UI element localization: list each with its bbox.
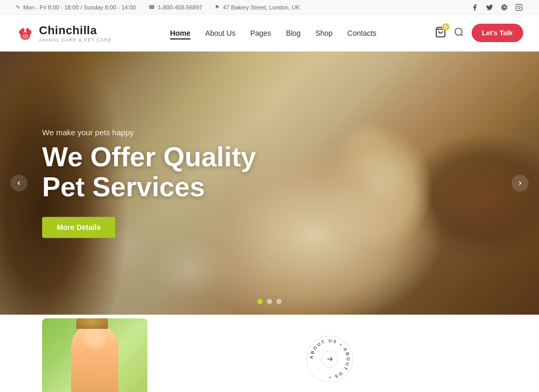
phone-icon: ☎	[148, 4, 155, 10]
schedule-item: ✎ Mon - Fri 8:00 - 18:00 / Sunday 8:00 -…	[16, 4, 136, 11]
phone-text: 1-800-458-56897	[158, 4, 202, 11]
facebook-icon[interactable]	[471, 3, 479, 12]
logo[interactable]: Chinchilla Animal Care & Pet Care	[16, 24, 112, 43]
nav-shop[interactable]: Shop	[315, 29, 333, 37]
hero-dot-2[interactable]	[267, 299, 272, 304]
logo-tagline: Animal Care & Pet Care	[39, 37, 112, 43]
main-nav: Home About Us Pages Blog Shop Contacts	[170, 29, 376, 37]
hero-section: We make your pets happy We Offer Quality…	[0, 52, 539, 315]
hero-dot-3[interactable]	[276, 299, 282, 304]
header: Chinchilla Animal Care & Pet Care Home A…	[0, 15, 539, 52]
logo-text-group: Chinchilla Animal Care & Pet Care	[39, 24, 112, 43]
search-button[interactable]	[454, 27, 464, 39]
top-bar-info: ✎ Mon - Fri 8:00 - 18:00 / Sunday 8:00 -…	[16, 4, 300, 11]
paw-logo-icon	[16, 24, 35, 43]
social-links	[471, 3, 523, 12]
lets-talk-button[interactable]: Let's Talk	[472, 24, 523, 42]
logo-brand-name: Chinchilla	[39, 24, 112, 37]
about-circle-svg: ABOUT US • ABOUT US •	[305, 334, 355, 384]
header-actions: 0 Let's Talk	[435, 24, 523, 42]
about-person-image	[42, 318, 147, 392]
svg-point-7	[21, 28, 24, 32]
nav-home[interactable]: Home	[170, 29, 191, 37]
hero-content: We make your pets happy We Offer Quality…	[42, 128, 256, 238]
nav-contacts[interactable]: Contacts	[347, 29, 376, 37]
hero-next-button[interactable]	[512, 175, 528, 192]
svg-point-8	[26, 28, 29, 32]
dribbble-icon[interactable]	[500, 3, 508, 12]
location-icon: ⚑	[215, 4, 219, 10]
nav-about[interactable]: About Us	[205, 29, 236, 37]
nav-blog[interactable]: Blog	[286, 29, 301, 37]
hero-prev-button[interactable]	[11, 175, 27, 192]
hero-subtitle: We make your pets happy	[42, 128, 256, 137]
schedule-text: Mon - Fri 8:00 - 18:00 / Sunday 8:00 - 1…	[23, 4, 136, 11]
about-us-circle: ABOUT US • ABOUT US •	[305, 334, 355, 384]
person-hair	[76, 318, 108, 329]
hero-pagination	[257, 299, 282, 304]
hero-dot-1[interactable]	[257, 299, 263, 304]
svg-line-13	[461, 34, 463, 36]
hero-cta-button[interactable]: More Details	[42, 217, 115, 238]
top-bar: ✎ Mon - Fri 8:00 - 18:00 / Sunday 8:00 -…	[0, 0, 539, 15]
hero-title: We Offer QualityPet Services	[42, 142, 256, 202]
clock-icon: ✎	[16, 4, 20, 10]
twitter-icon[interactable]	[485, 3, 494, 12]
address-text: 47 Bakery Street, London, UK	[223, 4, 300, 11]
instagram-icon[interactable]	[515, 3, 523, 12]
cart-badge: 0	[442, 23, 450, 31]
svg-rect-1	[516, 4, 522, 11]
svg-point-10	[22, 34, 29, 39]
below-hero-section: ABOUT US • ABOUT US •	[0, 315, 539, 392]
search-icon	[454, 27, 464, 37]
chevron-right-icon	[517, 180, 523, 186]
nav-pages[interactable]: Pages	[250, 29, 271, 37]
phone-item: ☎ 1-800-458-56897	[148, 4, 202, 11]
cart-button[interactable]: 0	[435, 26, 446, 40]
svg-point-12	[455, 28, 462, 35]
address-item: ⚑ 47 Bakery Street, London, UK	[215, 4, 300, 11]
chevron-left-icon	[16, 180, 22, 186]
